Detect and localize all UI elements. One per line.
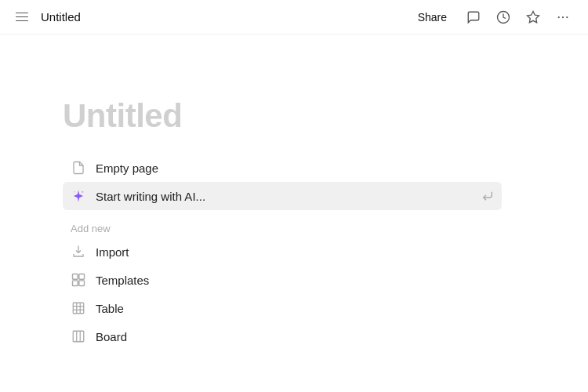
ai-writing-option[interactable]: Start writing with AI... — [63, 182, 502, 210]
board-icon — [71, 328, 86, 344]
app-header: Untitled Share — [0, 0, 588, 34]
svg-rect-11 — [73, 303, 84, 314]
table-option[interactable]: Table — [63, 294, 502, 322]
templates-icon — [71, 272, 86, 288]
menu-icon[interactable] — [13, 9, 31, 25]
add-new-label: Add new — [63, 210, 525, 238]
ai-writing-label: Start writing with AI... — [96, 190, 205, 203]
import-option[interactable]: Import — [63, 238, 502, 266]
svg-point-2 — [558, 16, 560, 17]
header-right: Share — [408, 5, 575, 30]
enter-icon — [481, 190, 494, 202]
table-icon — [71, 300, 86, 316]
svg-point-5 — [82, 191, 83, 193]
page-title: Untitled — [41, 10, 81, 24]
header-left: Untitled — [13, 9, 81, 25]
history-icon[interactable] — [491, 5, 516, 30]
templates-option[interactable]: Templates — [63, 266, 502, 294]
svg-point-4 — [566, 16, 568, 17]
svg-rect-16 — [73, 331, 84, 342]
svg-rect-8 — [79, 274, 85, 280]
svg-rect-10 — [79, 281, 85, 286]
board-option[interactable]: Board — [63, 322, 502, 350]
import-icon — [71, 244, 86, 260]
sparkle-icon — [71, 188, 86, 204]
main-content: Untitled Empty page Start writing with A… — [0, 34, 588, 350]
empty-page-label: Empty page — [96, 162, 158, 175]
comments-icon[interactable] — [461, 5, 486, 30]
page-title-display: Untitled — [63, 97, 525, 135]
templates-label: Templates — [96, 274, 149, 287]
table-label: Table — [96, 302, 124, 315]
svg-rect-9 — [73, 281, 78, 286]
svg-marker-1 — [528, 11, 539, 22]
more-options-icon[interactable] — [550, 5, 575, 30]
document-icon — [71, 160, 86, 176]
board-label: Board — [96, 330, 127, 343]
import-label: Import — [96, 245, 129, 259]
svg-rect-7 — [73, 274, 78, 280]
svg-point-3 — [562, 16, 564, 17]
svg-point-6 — [74, 191, 75, 193]
empty-page-option[interactable]: Empty page — [63, 154, 502, 182]
favorite-icon[interactable] — [521, 5, 546, 30]
share-button[interactable]: Share — [408, 8, 456, 27]
